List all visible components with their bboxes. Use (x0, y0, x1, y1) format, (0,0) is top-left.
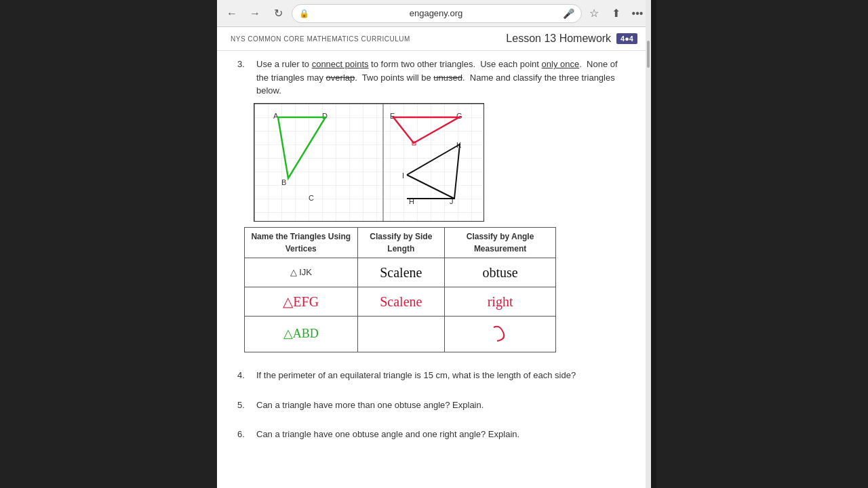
nav-bar: ← → ↻ 🔒 engageny.org 🎤 ☆ ⬆ ••• (217, 0, 651, 27)
question-3: 3. Use a ruler to connect points to form… (237, 58, 631, 352)
page-content: NYS COMMON CORE MATHEMATICS CURRICULUM L… (217, 27, 651, 488)
col-side-header: Classify by Side Length (357, 227, 445, 258)
point-c-label: C (309, 194, 314, 202)
table-row-abd: △ABD (245, 316, 556, 352)
bookmark-button[interactable]: ☆ (586, 5, 602, 22)
unused-text: unused (433, 73, 462, 83)
connect-points-link: connect points (312, 59, 369, 69)
partial-answer-svg (490, 321, 511, 344)
point-i-label: I (402, 171, 404, 180)
only-once-text: only once (542, 59, 580, 69)
row2-side: Scalene (357, 287, 445, 316)
row2-angle: right (445, 287, 556, 316)
q4-text: If the perimeter of an equilateral trian… (256, 369, 576, 382)
q6-number: 6. (237, 428, 251, 441)
row3-side (357, 316, 445, 352)
row1-side: Scalene (357, 258, 445, 287)
question-4: 4. If the perimeter of an equilateral tr… (237, 369, 631, 382)
menu-button[interactable]: ••• (629, 5, 646, 22)
row1-angle: obtuse (445, 258, 556, 287)
col-angle-header: Classify by Angle Measurement (445, 227, 556, 258)
curriculum-label: NYS COMMON CORE MATHEMATICS CURRICULUM (231, 35, 410, 43)
share-button[interactable]: ⬆ (608, 5, 624, 22)
q5-row: 5. Can a triangle have more than one obt… (237, 399, 631, 412)
reload-button[interactable]: ↻ (269, 4, 288, 23)
left-panel (0, 0, 217, 488)
question-6: 6. Can a triangle have one obtuse angle … (237, 428, 631, 441)
q6-text: Can a triangle have one obtuse angle and… (256, 428, 519, 441)
triangle-grid: A D B C E G (254, 103, 484, 222)
lesson-title-area: Lesson 13 Homework 4●4 (506, 33, 637, 45)
scrollbar-track[interactable] (646, 0, 651, 488)
homework-body: 3. Use a ruler to connect points to form… (217, 51, 651, 471)
right-panel (656, 0, 868, 488)
lesson-title: Lesson 13 Homework (506, 33, 611, 45)
row3-name: △ABD (245, 316, 358, 352)
q4-number: 4. (237, 369, 251, 382)
url-bar[interactable]: 🔒 engageny.org 🎤 (292, 4, 582, 23)
q3-row: 3. Use a ruler to connect points to form… (237, 58, 631, 98)
scrollbar-thumb[interactable] (647, 41, 650, 68)
row3-angle (445, 316, 556, 352)
grade-badge: 4●4 (616, 33, 637, 44)
row2-name: △EFG (245, 287, 358, 316)
q5-number: 5. (237, 399, 251, 412)
grid-svg: A D B C E G (254, 104, 484, 222)
triangle-table: Name the Triangles Using Vertices Classi… (244, 227, 556, 353)
q5-text: Can a triangle have more than one obtuse… (256, 399, 484, 412)
table-row-ijk: △ IJK Scalene obtuse (245, 258, 556, 287)
page-header: NYS COMMON CORE MATHEMATICS CURRICULUM L… (217, 27, 651, 51)
q4-row: 4. If the perimeter of an equilateral tr… (237, 369, 631, 382)
url-text: engageny.org (313, 8, 559, 18)
overlap-text: overlap (326, 73, 355, 83)
back-button[interactable]: ← (222, 4, 241, 23)
q3-number: 3. (237, 58, 251, 98)
forward-button[interactable]: → (245, 4, 264, 23)
table-row-efg: △EFG Scalene right (245, 287, 556, 316)
q3-text: Use a ruler to connect points to form tw… (256, 58, 631, 98)
point-b-label: B (281, 178, 286, 186)
q6-row: 6. Can a triangle have one obtuse angle … (237, 428, 631, 441)
col-name-header: Name the Triangles Using Vertices (245, 227, 358, 258)
question-5: 5. Can a triangle have more than one obt… (237, 399, 631, 412)
row1-name: △ IJK (245, 258, 358, 287)
